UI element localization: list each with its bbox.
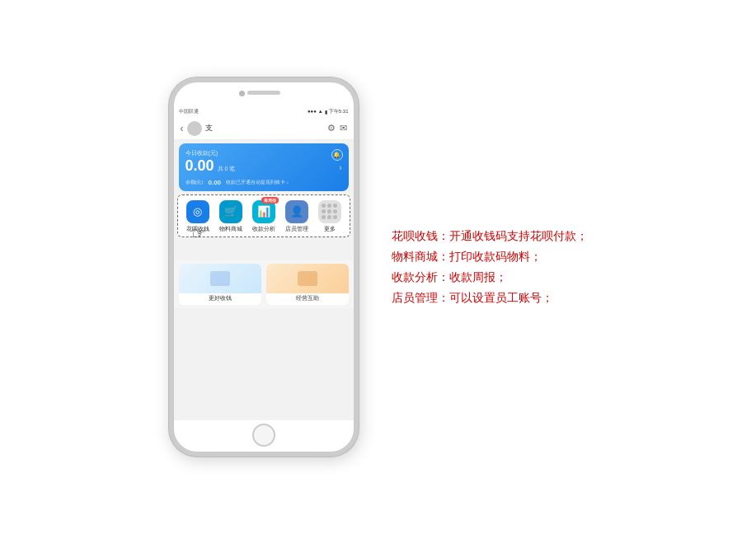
desc-content-material: 打印收款码物料； [449,250,542,263]
more-label: 更多 [324,226,336,233]
bottom-card-business-assist[interactable]: 经营互助 [266,264,349,305]
blue-card-amount: 0.00 [185,157,214,176]
description-panel: 花呗收钱：开通收钱码支持花呗付款； 物料商城：打印收款码物料； 收款分析：收款周… [392,218,588,317]
app-item-staff[interactable]: 👤 店员管理 [282,200,312,233]
desc-label-staff: 店员管理： [392,291,449,304]
better-collect-label: 更好收钱 [179,293,261,302]
material-icon: 🛒 [219,200,242,223]
analysis-badge: 看周报 [261,197,279,204]
dot [322,204,326,208]
staff-icon: 👤 [285,200,308,223]
dots-grid [322,204,337,219]
desc-content-analysis: 收款周报； [449,270,507,283]
staff-label: 店员管理 [285,226,308,233]
dashed-highlight-box: ◎ 花呗收钱 🛒 物料商城 📊 [177,194,350,237]
huabei-icon: ◎ [186,200,209,223]
dot [327,204,331,208]
desc-line-staff: 店员管理：可以设置员工账号； [392,288,588,308]
desc-line-material: 物料商城：打印收款码物料； [392,246,588,267]
blue-card-count: 共 0 笔 [218,165,236,173]
phone-speaker [247,91,280,95]
img-placeholder-orange [298,271,317,286]
carrier-text: 中国联通 [179,108,199,115]
balance-label: 余额(元) [185,179,204,186]
desc-label-material: 物料商城： [392,250,449,263]
signal-icon: ●●● [308,109,317,114]
desc-line-analysis: 收款分析：收款周报； [392,267,588,288]
phone-camera [239,91,245,96]
bottom-card-better-collect[interactable]: 更好收钱 [179,264,261,305]
app-header: ‹ 支 ⚙ ✉ [174,117,354,140]
app-item-material[interactable]: 🛒 物料商城 [216,200,246,233]
header-title: 支 [187,121,327,136]
wifi-icon: ▲ [318,109,323,114]
header-icons: ⚙ ✉ [327,123,347,134]
more-icon [318,200,341,223]
dot [333,215,337,219]
dot [333,204,337,208]
desc-label-huabei: 花呗收钱： [392,229,449,242]
balance-value: 0.00 [209,179,222,186]
analysis-icon: 📊 看周报 [252,200,275,223]
dot [322,209,326,213]
dot [322,215,326,219]
blue-card: 今日收款(元) 🔔 0.00 共 0 笔 › 余额(元) 0.00 收款已开通自… [179,143,349,191]
avatar [187,121,202,136]
phone-frame: 中国联通 ●●● ▲ ▮ 下午5:31 ‹ 支 ⚙ ✉ [169,77,359,457]
desc-label-analysis: 收款分析： [392,270,449,283]
desc-content-staff: 可以设置员工账号； [449,291,553,304]
dot [327,215,331,219]
time-text: 下午5:31 [329,108,349,115]
settings-icon[interactable]: ⚙ [327,123,336,134]
dot [327,209,331,213]
battery-icon: ▮ [325,109,327,115]
page-wrapper: 中国联通 ●●● ▲ ▮ 下午5:31 ‹ 支 ⚙ ✉ [0,0,756,534]
cursor-hand-icon: ☞ [191,223,206,243]
business-assist-label: 经营互助 [266,293,349,302]
card-arrow-icon: › [339,162,341,171]
bottom-section: 更好收钱 经营互助 [174,260,354,308]
material-label: 物料商城 [219,226,242,233]
status-bar: 中国联通 ●●● ▲ ▮ 下午5:31 [174,105,354,117]
blue-card-label: 今日收款(元) [185,149,342,157]
account-name: 支 [205,123,213,134]
app-item-analysis[interactable]: 📊 看周报 收款分析 [249,200,279,233]
app-item-more[interactable]: 更多 [315,200,345,233]
dot [333,209,337,213]
blue-card-footer: 余额(元) 0.00 收款已开通自动提现到账卡 › [185,179,342,186]
img-placeholder-blue [210,271,230,286]
phone-screen: 中国联通 ●●● ▲ ▮ 下午5:31 ‹ 支 ⚙ ✉ [174,105,354,420]
footer-text: 收款已开通自动提现到账卡 › [226,179,289,186]
back-button[interactable]: ‹ [181,123,184,134]
status-right: ●●● ▲ ▮ 下午5:31 [308,108,349,115]
desc-line-huabei: 花呗收钱：开通收钱码支持花呗付款； [392,226,588,246]
phone-home-button[interactable] [252,424,275,447]
desc-content-huabei: 开通收钱码支持花呗付款； [449,229,588,242]
business-assist-img [266,264,349,293]
better-collect-img [179,264,261,293]
message-icon[interactable]: ✉ [340,123,347,134]
analysis-label: 收款分析 [252,226,275,233]
mute-icon[interactable]: 🔔 [331,149,343,161]
bottom-grid: 更好收钱 经营互助 [179,264,349,305]
